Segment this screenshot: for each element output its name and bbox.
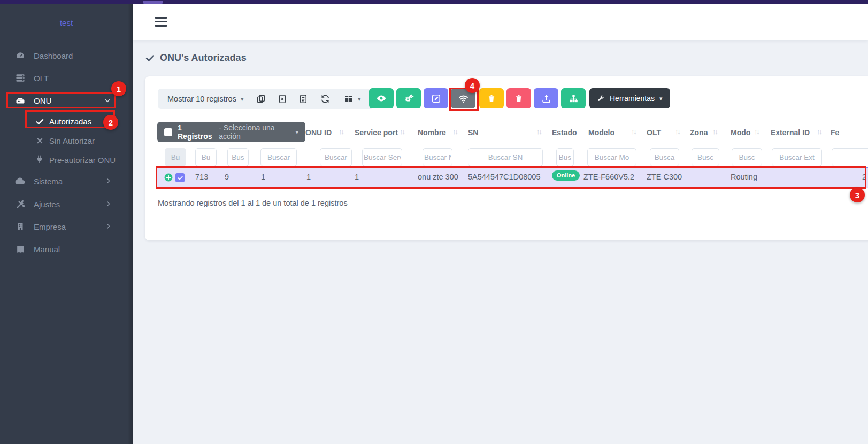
- file-icon[interactable]: [298, 94, 308, 104]
- sitemap-icon: [569, 94, 579, 104]
- sort-icon[interactable]: ↑↓: [817, 128, 821, 136]
- sort-icon[interactable]: ↑↓: [675, 128, 680, 136]
- filter-input-zona[interactable]: [692, 148, 719, 166]
- excel-file-icon[interactable]: [278, 94, 287, 104]
- plug-icon: [34, 154, 45, 165]
- sidebar-item-label: Manual: [34, 245, 60, 254]
- column-header-estado[interactable]: Estado: [552, 127, 577, 138]
- records-summary: Mostrando registros del 1 al 1 de un tot…: [158, 199, 348, 207]
- trash-icon: [514, 94, 524, 103]
- sort-icon[interactable]: ↑↓: [339, 128, 343, 136]
- sort-icon[interactable]: ↑↓: [631, 128, 636, 136]
- select-all-checkbox[interactable]: [164, 128, 172, 136]
- caret-down-icon[interactable]: ▾: [358, 96, 361, 103]
- column-header-modelo[interactable]: Modelo: [588, 127, 614, 138]
- column-header-zona[interactable]: Zona: [690, 127, 708, 138]
- sidebar-item-manual[interactable]: Manual: [0, 242, 133, 256]
- caret-down-icon: ▾: [659, 95, 663, 102]
- sidebar: test Dashboard OLT ONU Autorizadas Sin A…: [0, 4, 133, 444]
- column-header-modo[interactable]: Modo: [731, 127, 750, 138]
- sidebar-item-sistema[interactable]: Sistema: [0, 174, 133, 188]
- sidebar-item-sin-autorizar[interactable]: Sin Autorizar: [0, 134, 133, 147]
- column-header-external-id[interactable]: External ID: [771, 127, 810, 138]
- sort-icon[interactable]: ↑↓: [400, 128, 404, 136]
- caret-down-icon: ▾: [295, 129, 298, 136]
- sort-icon[interactable]: ↑↓: [536, 128, 541, 136]
- page-length-select[interactable]: Mostrar 10 registros ▾: [167, 89, 243, 109]
- sort-icon[interactable]: ↑↓: [452, 128, 457, 136]
- filter-input-service-port[interactable]: [362, 148, 402, 166]
- gears-icon: [404, 94, 414, 104]
- column-header-fecha[interactable]: Fe: [831, 127, 839, 138]
- cell-onu-id: 1: [306, 173, 311, 181]
- sitemap-button[interactable]: [561, 88, 586, 108]
- chevron-right-icon: [105, 177, 112, 185]
- filter-input-estado[interactable]: [556, 148, 574, 166]
- filter-input[interactable]: [260, 148, 297, 166]
- sidebar-item-onu[interactable]: ONU: [0, 94, 133, 107]
- sidebar-item-label: Empresa: [34, 222, 66, 231]
- sidebar-item-ajustes[interactable]: Ajustes: [0, 197, 133, 211]
- caret-down-icon: ▾: [241, 96, 244, 103]
- column-header-service-port[interactable]: Service port: [355, 127, 398, 138]
- cell-olt: ZTE C300: [647, 173, 682, 181]
- wifi-icon: [458, 93, 469, 104]
- expand-row-icon[interactable]: [164, 173, 173, 182]
- check-icon: [145, 53, 155, 63]
- topbar: [133, 4, 868, 40]
- x-icon: [34, 135, 45, 146]
- trash-warning-button[interactable]: [479, 88, 504, 108]
- settings-button[interactable]: [396, 88, 421, 108]
- check-icon: [34, 116, 45, 127]
- column-header-nombre[interactable]: Nombre: [418, 127, 446, 138]
- trash-delete-button[interactable]: [506, 88, 531, 108]
- sidebar-item-empresa[interactable]: Empresa: [0, 220, 133, 233]
- top-accent-bar: [0, 0, 868, 4]
- sidebar-item-pre-autorizar[interactable]: Pre-autorizar ONU: [0, 153, 133, 167]
- upload-icon: [541, 94, 551, 104]
- filter-input-fecha[interactable]: [832, 148, 868, 166]
- cloud-icon: [15, 176, 26, 186]
- chevron-right-icon: [105, 223, 112, 230]
- page-title: ONU's Autorizadas: [145, 52, 247, 64]
- edit-button[interactable]: [424, 88, 448, 108]
- filter-input-nombre[interactable]: [423, 148, 452, 166]
- sidebar-item-label: Sin Autorizar: [49, 136, 95, 145]
- sidebar-item-dashboard[interactable]: Dashboard: [0, 49, 133, 63]
- filter-input[interactable]: [195, 148, 217, 166]
- filter-input-olt[interactable]: [650, 148, 679, 166]
- filter-input-modelo[interactable]: [587, 148, 636, 166]
- cell-puerto: 1: [261, 173, 265, 181]
- wrench-icon: [597, 95, 605, 103]
- row-checkbox[interactable]: [175, 173, 185, 182]
- filter-input[interactable]: [227, 148, 249, 166]
- wifi-button[interactable]: [451, 88, 475, 108]
- refresh-icon[interactable]: [320, 94, 330, 104]
- filter-input[interactable]: [165, 148, 186, 166]
- copy-icon[interactable]: [256, 94, 266, 104]
- sort-icon[interactable]: ↑↓: [712, 128, 717, 136]
- filter-input-external-id[interactable]: [772, 148, 822, 166]
- sidebar-item-olt[interactable]: OLT: [0, 71, 133, 85]
- column-header-sn[interactable]: SN: [468, 127, 478, 138]
- tools-dropdown-button[interactable]: Herramientas ▾: [589, 88, 670, 108]
- cell-nombre: onu zte 300: [418, 173, 458, 181]
- upload-button[interactable]: [534, 88, 558, 108]
- columns-icon[interactable]: [344, 94, 354, 104]
- filter-input-sn[interactable]: [468, 148, 543, 166]
- tools-icon: [15, 199, 26, 209]
- cell-service-port: 1: [355, 173, 359, 181]
- scrollbar-thumb[interactable]: [143, 1, 163, 4]
- menu-icon[interactable]: [155, 17, 167, 29]
- column-header-olt[interactable]: OLT: [647, 127, 661, 138]
- bulk-action-dropdown[interactable]: 1 Registros - Selecciona una acción ▾: [157, 122, 305, 142]
- sidebar-item-autorizadas[interactable]: Autorizadas: [0, 114, 133, 128]
- cell-modelo: ZTE-F660V5.2: [583, 173, 634, 181]
- column-header-onu-id[interactable]: ONU ID: [305, 127, 332, 138]
- filter-input-modo[interactable]: [732, 148, 762, 166]
- brand[interactable]: test: [0, 18, 133, 27]
- view-button[interactable]: [369, 88, 394, 108]
- cell-board: 9: [225, 173, 229, 181]
- filter-input-onu-id[interactable]: [320, 148, 352, 166]
- sort-icon[interactable]: ↑↓: [754, 128, 759, 136]
